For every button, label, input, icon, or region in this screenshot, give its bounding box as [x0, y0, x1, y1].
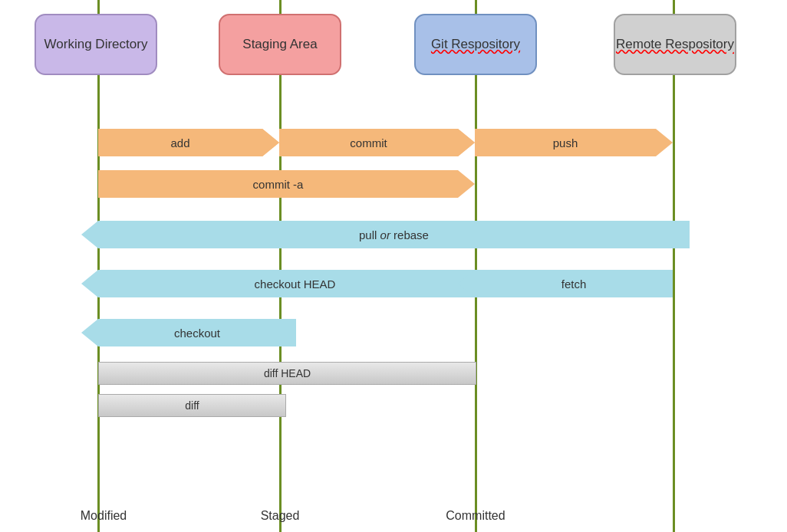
staged-label: Staged — [238, 509, 322, 523]
diff-head-bar: diff HEAD — [98, 362, 476, 385]
git-workflow-diagram: Working Directory Staging Area Git Respo… — [0, 0, 787, 532]
modified-label: Modified — [54, 509, 153, 523]
checkout-head-body: checkout HEAD — [98, 270, 492, 297]
checkout-head-arrow: checkout HEAD — [81, 270, 492, 297]
pull-rebase-arrow: pull or rebase — [81, 221, 690, 248]
commit-arrow-inner: commit — [279, 129, 458, 156]
staging-area-box: Staging Area — [219, 14, 341, 75]
fetch-tip — [458, 270, 475, 297]
committed-label: Committed — [422, 509, 529, 523]
add-label: add — [170, 136, 189, 149]
commit-a-arrow-tip — [458, 170, 475, 198]
vline-staging — [279, 0, 282, 532]
diff-bar: diff — [98, 394, 286, 417]
push-arrow-inner: push — [475, 129, 656, 156]
remote-repository-label: Remote Respository — [616, 37, 734, 52]
commit-label: commit — [350, 136, 387, 149]
vline-git — [475, 0, 477, 532]
diff-head-label: diff HEAD — [264, 367, 311, 379]
checkout-body: checkout — [98, 319, 296, 346]
add-arrow-inner: add — [98, 129, 262, 156]
commit-a-arrow: commit -a — [98, 170, 475, 198]
checkout-tip — [81, 319, 98, 346]
pull-rebase-tip — [81, 221, 98, 248]
staging-area-label: Staging Area — [242, 37, 317, 52]
pull-rebase-body: pull or rebase — [98, 221, 690, 248]
push-arrow-tip — [656, 129, 673, 156]
fetch-label: fetch — [561, 277, 587, 291]
git-repository-box: Git Respository — [414, 14, 537, 75]
pull-rebase-label: pull or rebase — [359, 228, 429, 241]
diff-label: diff — [185, 399, 199, 412]
fetch-body: fetch — [475, 270, 673, 297]
add-arrow: add — [98, 129, 279, 156]
vline-remote — [673, 0, 675, 532]
checkout-label: checkout — [174, 327, 220, 340]
checkout-arrow: checkout — [81, 319, 296, 346]
checkout-head-tip — [81, 270, 98, 297]
working-directory-box: Working Directory — [35, 14, 157, 75]
push-label: push — [553, 136, 578, 149]
commit-arrow: commit — [279, 129, 475, 156]
remote-repository-box: Remote Respository — [614, 14, 736, 75]
commit-a-arrow-inner: commit -a — [98, 170, 458, 198]
working-directory-label: Working Directory — [44, 37, 148, 52]
checkout-head-label: checkout HEAD — [255, 277, 336, 291]
commit-a-label: commit -a — [253, 178, 304, 191]
git-repository-label: Git Respository — [431, 37, 520, 52]
vline-working — [97, 0, 100, 532]
fetch-arrow: fetch — [458, 270, 673, 297]
push-arrow: push — [475, 129, 673, 156]
